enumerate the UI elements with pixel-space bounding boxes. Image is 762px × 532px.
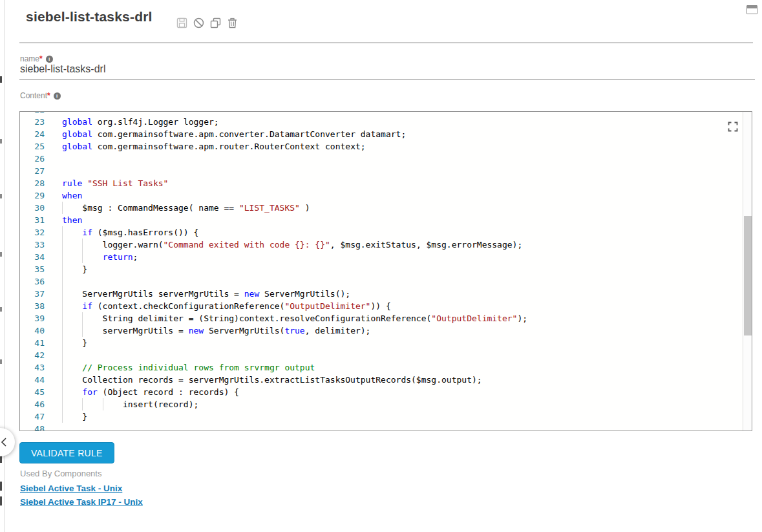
indent-guide bbox=[62, 337, 63, 349]
line-number: 32 bbox=[20, 226, 45, 239]
code-line[interactable]: 31then bbox=[20, 214, 743, 226]
save-icon[interactable] bbox=[176, 17, 187, 28]
code-line[interactable]: 36 bbox=[20, 275, 743, 288]
used-by-link[interactable]: Siebel Active Task - Unix bbox=[20, 484, 143, 493]
line-number: 26 bbox=[20, 153, 45, 165]
code-line[interactable]: 30 $msg : CommandMessage( name == "LIST_… bbox=[20, 202, 743, 214]
indent-guide bbox=[82, 325, 83, 337]
line-number: 27 bbox=[20, 165, 45, 177]
indent-guide bbox=[62, 275, 63, 288]
line-number: 36 bbox=[20, 275, 45, 288]
code-line[interactable]: 29when bbox=[20, 189, 743, 202]
code-lines: 2223global org.slf4j.Logger logger;24glo… bbox=[20, 111, 743, 431]
line-number: 35 bbox=[20, 263, 45, 275]
code-line[interactable]: 46 insert(record); bbox=[20, 398, 743, 410]
panel-fragment bbox=[0, 307, 2, 312]
line-number: 34 bbox=[20, 251, 45, 263]
code-line[interactable]: 35 } bbox=[20, 263, 743, 275]
used-by-links: Siebel Active Task - Unix Siebel Active … bbox=[20, 484, 143, 507]
panel-fragment bbox=[0, 194, 2, 198]
required-asterisk: * bbox=[39, 54, 43, 63]
line-number: 39 bbox=[20, 312, 45, 325]
page-title: siebel-list-tasks-drl bbox=[26, 9, 153, 25]
copy-icon[interactable] bbox=[210, 17, 221, 28]
info-icon[interactable]: i bbox=[54, 92, 61, 100]
line-number: 43 bbox=[20, 361, 45, 374]
indent-guide bbox=[62, 251, 63, 263]
indent-guide bbox=[62, 312, 63, 325]
name-label-text: name bbox=[20, 54, 39, 63]
validate-rule-button[interactable]: VALIDATE RULE bbox=[19, 442, 114, 463]
fullscreen-icon[interactable] bbox=[728, 122, 738, 132]
code-line[interactable]: 23global org.slf4j.Logger logger; bbox=[20, 116, 743, 128]
indent-guide bbox=[62, 239, 63, 251]
code-line[interactable]: 34 return; bbox=[20, 251, 743, 263]
indent-guide bbox=[62, 398, 63, 410]
line-number: 22 bbox=[20, 111, 45, 116]
indent-guide bbox=[62, 386, 63, 398]
indent-guide bbox=[62, 202, 63, 214]
used-by-components-label: Used By Components bbox=[20, 469, 101, 478]
used-by-link[interactable]: Siebel Active Task IP17 - Unix bbox=[20, 497, 143, 507]
code-line[interactable]: 44 Collection records = serverMgrUtils.e… bbox=[20, 374, 743, 386]
line-number: 41 bbox=[20, 337, 45, 349]
indent-guide bbox=[82, 251, 83, 263]
code-line[interactable]: 28rule "SSH List Tasks" bbox=[20, 177, 743, 189]
code-line[interactable]: 22 bbox=[20, 111, 743, 116]
code-line[interactable]: 25global com.germainsoftware.apm.router.… bbox=[20, 140, 743, 153]
line-number: 28 bbox=[20, 177, 45, 189]
indent-guide bbox=[82, 239, 83, 251]
line-number: 40 bbox=[20, 325, 45, 337]
editor-scrollbar[interactable] bbox=[743, 112, 752, 431]
info-icon[interactable]: i bbox=[46, 56, 53, 63]
line-number: 48 bbox=[20, 423, 45, 431]
indent-guide bbox=[103, 398, 103, 410]
line-number: 29 bbox=[20, 189, 45, 202]
code-line[interactable]: 43 // Process individual rows from srvrm… bbox=[20, 361, 743, 374]
panel-fragment bbox=[0, 496, 2, 505]
code-line[interactable]: 42 bbox=[20, 349, 743, 361]
line-number: 44 bbox=[20, 374, 45, 386]
line-number: 37 bbox=[20, 288, 45, 300]
content-label-text: Content bbox=[20, 91, 47, 100]
collapse-panel-button[interactable] bbox=[0, 428, 15, 456]
code-line[interactable]: 26 bbox=[20, 153, 743, 165]
indent-guide bbox=[62, 263, 63, 275]
indent-guide bbox=[62, 325, 63, 337]
code-line[interactable]: 33 logger.warn("Command exited with code… bbox=[20, 239, 743, 251]
panel-fragment bbox=[0, 482, 2, 491]
title-action-bar bbox=[176, 17, 238, 28]
code-line[interactable]: 48 bbox=[20, 423, 743, 431]
code-line[interactable]: 39 String delimiter = (String)context.re… bbox=[20, 312, 743, 325]
code-line[interactable]: 38 if (context.checkConfigurationReferen… bbox=[20, 300, 743, 312]
code-line[interactable]: 40 serverMgrUtils = new ServerMgrUtils(t… bbox=[20, 325, 743, 337]
cancel-icon[interactable] bbox=[193, 17, 204, 28]
line-number: 33 bbox=[20, 239, 45, 251]
code-line[interactable]: 45 for (Object record : records) { bbox=[20, 386, 743, 398]
panel-fragment bbox=[0, 359, 2, 364]
line-number: 46 bbox=[20, 398, 45, 410]
indent-guide bbox=[62, 349, 63, 361]
line-number: 42 bbox=[20, 349, 45, 361]
indent-guide bbox=[62, 410, 63, 423]
code-line[interactable]: 37 ServerMgrUtils serverMgrUtils = new S… bbox=[20, 288, 743, 300]
code-editor[interactable]: 2223global org.slf4j.Logger logger;24glo… bbox=[19, 111, 752, 431]
code-line[interactable]: 47 } bbox=[20, 410, 743, 423]
line-number: 38 bbox=[20, 300, 45, 312]
name-input[interactable]: siebel-list-tasks-drl bbox=[20, 63, 105, 75]
window-panel-icon[interactable] bbox=[746, 5, 757, 14]
code-line[interactable]: 27 bbox=[20, 165, 743, 177]
indent-guide bbox=[62, 374, 63, 386]
delete-icon[interactable] bbox=[227, 17, 238, 28]
indent-guide bbox=[62, 361, 63, 374]
code-line[interactable]: 32 if ($msg.hasErrors()) { bbox=[20, 226, 743, 239]
line-number: 25 bbox=[20, 140, 45, 153]
name-input-underline bbox=[19, 80, 755, 80]
editor-scrollbar-thumb[interactable] bbox=[744, 216, 752, 335]
code-line[interactable]: 41 } bbox=[20, 337, 743, 349]
chevron-left-icon bbox=[0, 428, 15, 456]
line-number: 31 bbox=[20, 214, 45, 226]
code-line[interactable]: 24global com.germainsoftware.apm.convert… bbox=[20, 128, 743, 140]
required-asterisk: * bbox=[47, 91, 50, 100]
line-number: 24 bbox=[20, 128, 45, 140]
